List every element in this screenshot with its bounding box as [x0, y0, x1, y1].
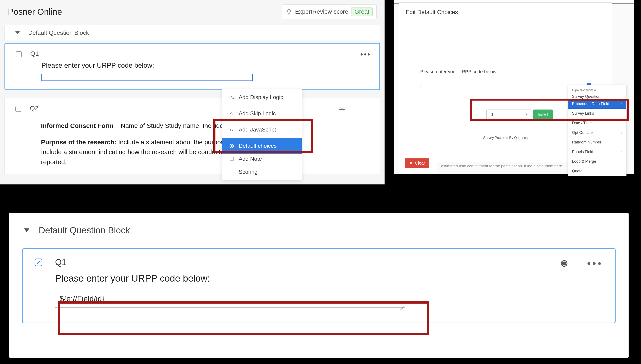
pipe-item-quota[interactable]: Quota ›	[568, 166, 626, 176]
question-card-q1[interactable]: Q1 ••• Please enter your URPP code below…	[4, 43, 380, 90]
purpose-line-c: reported.	[41, 157, 367, 167]
menu-add-note[interactable]: Add Note	[222, 154, 302, 164]
chevron-right-icon: ›	[621, 131, 622, 135]
block-name: Default Question Block	[28, 30, 89, 36]
survey-editor-panel: Posner Online ExpertReview score Great D…	[0, 0, 384, 184]
menu-add-javascript[interactable]: Add JavaScript	[222, 122, 302, 138]
menu-scoring[interactable]: Scoring	[222, 164, 302, 180]
question-context-menu: Add Display Logic Add Skip Logic Add Jav…	[222, 89, 302, 180]
pipe-item-random-number[interactable]: Random Number ›	[568, 138, 626, 147]
pipe-item-date-time[interactable]: Date / Time ›	[568, 118, 626, 128]
pipe-item-label: Survey Question	[572, 94, 600, 99]
chevron-right-icon: ›	[621, 169, 622, 173]
chevron-right-icon: ›	[621, 94, 622, 98]
pipe-item-embedded-data[interactable]: Embedded Data Field ›	[568, 99, 626, 109]
chevron-down-icon	[525, 114, 528, 116]
lightbulb-icon	[286, 8, 292, 15]
pipe-text-menu: Pipe text from a... Survey Question › Em…	[568, 85, 626, 176]
pipe-item-label: Opt Out Link	[572, 130, 594, 135]
question-id: Q1	[55, 258, 66, 267]
question-card-q1[interactable]: Q1 ••• Please enter your URPP code below…	[22, 248, 616, 323]
block-name: Default Question Block	[39, 225, 130, 236]
purpose-line-b: Include a statement indicating how the r…	[41, 147, 367, 157]
text-entry-value: ${e://Field/id}	[60, 294, 104, 303]
code-icon	[229, 127, 234, 132]
pipe-item-label: Embedded Data Field	[572, 102, 609, 106]
purpose-line-a: Include a statement about the purpos	[116, 138, 224, 146]
menu-item-label: Add Note	[239, 156, 262, 162]
question-id: Q1	[30, 50, 39, 57]
menu-add-display-logic[interactable]: Add Display Logic	[222, 89, 302, 106]
expert-review-score: Great	[351, 7, 372, 16]
powered-by-text: Survey Powered By Qualtrics	[420, 136, 590, 140]
powered-prefix: Survey Powered By	[483, 136, 514, 140]
consent-heading: Informed Consent Form	[41, 122, 114, 129]
pipe-item-label: Loop & Merge	[572, 159, 596, 164]
chevron-right-icon: ›	[621, 121, 622, 125]
modal-prompt: Please enter your URPP code below:	[420, 69, 590, 74]
question-prompt[interactable]: Please enter your URPP code below:	[34, 267, 603, 290]
default-choices-modal-panel: Edit Default Choices Please enter your U…	[394, 0, 634, 174]
survey-header: Posner Online ExpertReview score Great	[0, 0, 384, 25]
menu-default-choices[interactable]: Default choices	[222, 138, 302, 154]
default-choice-input[interactable]	[420, 83, 587, 88]
question-checkbox[interactable]	[15, 106, 21, 112]
resize-handle-icon[interactable]	[400, 303, 404, 306]
pipe-item-opt-out[interactable]: Opt Out Link ›	[568, 128, 626, 138]
menu-item-label: Default choices	[239, 142, 277, 149]
menu-add-skip-logic[interactable]: Add Skip Logic	[222, 106, 302, 122]
caret-down-icon	[15, 32, 20, 34]
svg-point-4	[562, 262, 566, 265]
insert-button-label: Insert	[538, 112, 548, 117]
field-name-value: id	[490, 112, 493, 117]
note-icon	[229, 156, 234, 162]
menu-item-label: Add Display Logic	[239, 94, 283, 100]
chevron-right-icon: ›	[621, 150, 622, 154]
default-choice-indicator-icon[interactable]	[560, 260, 568, 267]
consent-line-1: – Name of Study Study name: Include	[114, 122, 223, 129]
menu-item-label: Scoring	[239, 169, 258, 175]
powered-brand[interactable]: Qualtrics	[514, 136, 528, 140]
survey-editor-result-panel: Default Question Block Q1 ••• Please ent…	[9, 213, 628, 358]
pipe-item-survey-question[interactable]: Survey Question ›	[568, 94, 626, 99]
text-entry-input[interactable]: ${e://Field/id}	[55, 290, 405, 308]
menu-item-label: Add Skip Logic	[239, 110, 276, 117]
menu-item-label: Add JavaScript	[239, 126, 276, 133]
question-checkbox-checked[interactable]	[34, 258, 42, 266]
question-body[interactable]: Informed Consent Form – Name of Study St…	[5, 114, 380, 167]
question-checkbox[interactable]	[16, 51, 22, 57]
survey-title: Posner Online	[8, 7, 62, 17]
pipe-item-panels-field[interactable]: Panels Field ›	[568, 147, 626, 157]
question-prompt[interactable]: Please enter your URPP code below:	[5, 59, 380, 74]
pipe-item-label: Quota	[572, 169, 582, 173]
chevron-right-icon: ›	[621, 160, 622, 164]
block-header[interactable]: Default Question Block	[9, 213, 628, 244]
pipe-menu-header: Pipe text from a...	[568, 86, 626, 94]
question-actions-button[interactable]: •••	[360, 50, 371, 59]
purpose-heading: Purpose of the research:	[41, 138, 116, 146]
chevron-right-icon: ›	[621, 112, 622, 116]
field-name-select[interactable]: id	[486, 110, 531, 119]
clear-button[interactable]: ✕ Clear	[405, 158, 430, 168]
text-entry-input[interactable]	[42, 74, 253, 81]
pipe-item-label: Random Number	[572, 140, 601, 144]
question-id: Q2	[30, 104, 38, 112]
block-header[interactable]: Default Question Block	[4, 25, 380, 41]
insert-button[interactable]: Insert	[534, 110, 552, 120]
radio-icon	[229, 143, 234, 149]
required-star-icon: ✳	[338, 104, 346, 114]
x-icon: ✕	[409, 160, 413, 166]
expert-review-badge[interactable]: ExpertReview score Great	[282, 4, 377, 19]
chevron-right-icon: ›	[621, 102, 622, 106]
clear-button-label: Clear	[415, 161, 425, 166]
pipe-item-survey-links[interactable]: Survey Links ›	[568, 109, 626, 118]
question-actions-button[interactable]: •••	[587, 258, 603, 269]
question-card-q2[interactable]: Q2 ✳ Informed Consent Form – Name of Stu…	[4, 98, 380, 174]
pipe-item-loop-merge[interactable]: Loop & Merge ›	[568, 157, 626, 166]
pipe-item-label: Survey Links	[572, 111, 594, 116]
caret-down-icon	[24, 228, 29, 232]
pipe-item-label: Date / Time	[572, 121, 592, 125]
skip-logic-icon	[229, 111, 234, 116]
blank-icon	[229, 169, 234, 175]
svg-point-1	[231, 145, 232, 147]
